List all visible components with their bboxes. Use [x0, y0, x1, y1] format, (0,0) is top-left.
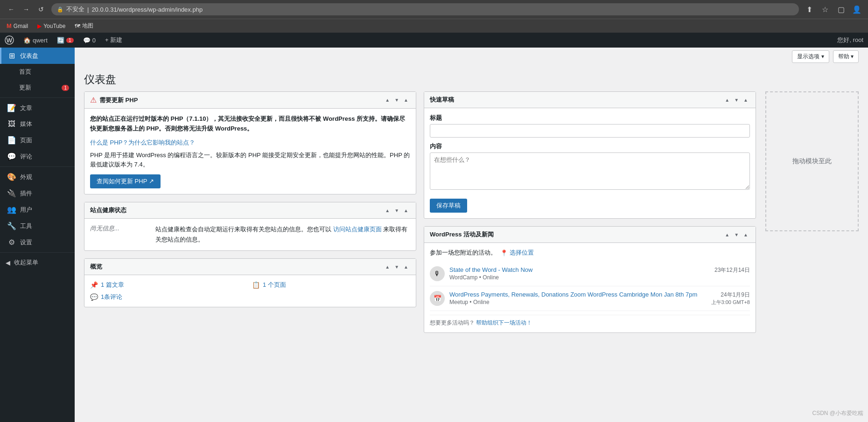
display-options-button[interactable]: 显示选项 ▾	[792, 50, 829, 63]
share-button[interactable]: ⬆	[803, 3, 816, 16]
site-health-link[interactable]: 访问站点健康页面	[333, 226, 382, 233]
svg-text:W: W	[7, 37, 13, 44]
sidebar-item-updates[interactable]: 更新 1	[0, 80, 75, 96]
sidebar-item-home[interactable]: 首页	[0, 64, 75, 80]
sidebar-item-pages[interactable]: 📄 页面	[0, 132, 75, 148]
articles-link[interactable]: 1 篇文章	[101, 281, 124, 289]
site-health-close[interactable]: ▲	[402, 207, 410, 214]
php-update-button[interactable]: 查阅如何更新 PHP ↗	[90, 174, 161, 188]
content-textarea[interactable]	[430, 152, 750, 190]
sidebar-item-posts[interactable]: 📝 文章	[0, 100, 75, 116]
admin-bar-updates[interactable]: 🔄 1	[52, 33, 78, 48]
gmail-icon: M	[7, 22, 12, 29]
wp-main: ⊞ 仪表盘 首页 更新 1 📝 文章 🖼 媒体 📄 页面 💬 评论 🎨	[0, 48, 868, 422]
wp-logo[interactable]: W	[0, 33, 19, 48]
select-location-label: 选择位置	[510, 249, 534, 257]
content-group: 内容	[430, 142, 750, 191]
bookmark-youtube[interactable]: ▶ YouTube	[35, 22, 67, 30]
comments-nav-icon: 💬	[7, 152, 16, 161]
sidebar-item-users[interactable]: 👥 用户	[0, 201, 75, 218]
help-organize-link[interactable]: 帮助组织下一场活动！	[476, 319, 532, 326]
php-panel-controls: ▲ ▼ ▲	[383, 97, 410, 104]
comments-link[interactable]: 1条评论	[101, 293, 122, 301]
sidebar-label-plugins: 插件	[20, 189, 32, 198]
site-health-up[interactable]: ▲	[383, 207, 392, 214]
updates-badge: 1	[62, 85, 69, 91]
profile-button[interactable]: 👤	[850, 3, 863, 16]
quick-draft-header: 快速草稿 ▲ ▼ ▲	[424, 92, 756, 108]
sidebar-label-updates: 更新	[19, 83, 31, 92]
overview-close[interactable]: ▲	[402, 263, 410, 270]
bookmark-maps[interactable]: 🗺 地图	[73, 21, 95, 31]
address-bar[interactable]: 🔒 不安全 | 20.0.0.31/wordpress/wp-admin/ind…	[51, 3, 799, 15]
news-up[interactable]: ▲	[723, 231, 731, 238]
sidebar-item-comments[interactable]: 💬 评论	[0, 148, 75, 165]
admin-bar-new[interactable]: + 新建	[100, 33, 127, 48]
select-location-link[interactable]: 📍 选择位置	[500, 249, 534, 257]
content-panels-wrapper: ⚠ 需要更新 PHP ▲ ▼ ▲ 您的站点正在运行过时版本的 PHP（7.1.1…	[75, 91, 868, 352]
admin-bar-site[interactable]: 🏠 qwert	[19, 33, 52, 48]
news-item-1: 🎙 State of the Word - Watch Now WordCamp…	[430, 262, 750, 286]
help-button[interactable]: 帮助 ▾	[833, 50, 859, 63]
quick-draft-down[interactable]: ▼	[732, 97, 741, 104]
php-panel-collapse-up[interactable]: ▲	[383, 97, 392, 104]
news-title-1[interactable]: State of the Word - Watch Now	[449, 266, 532, 273]
youtube-icon: ▶	[37, 23, 42, 29]
pages-icon: 📄	[7, 136, 16, 145]
new-label: + 新建	[105, 36, 122, 44]
site-health-body: 尚无信息... 站点健康检查会自动定期运行来取得有关您站点的信息。您也可以 访问…	[84, 219, 416, 250]
sidebar-item-dashboard[interactable]: ⊞ 仪表盘	[0, 48, 75, 64]
sidebar-collapse[interactable]: ◀ 收起菜单	[0, 255, 75, 270]
php-panel-collapse-down[interactable]: ▼	[392, 97, 401, 104]
more-events-text: 想要更多活动吗？	[430, 319, 475, 326]
php-panel-close[interactable]: ▲	[402, 97, 410, 104]
save-draft-button[interactable]: 保存草稿	[430, 199, 467, 213]
title-input[interactable]	[430, 124, 750, 138]
quick-draft-close[interactable]: ▲	[742, 97, 750, 104]
admin-bar-comments[interactable]: 💬 0	[78, 33, 100, 48]
browser-chrome: ← → ↺ 🔒 不安全 | 20.0.0.31/wordpress/wp-adm…	[0, 0, 868, 33]
right-column: 快速草稿 ▲ ▼ ▲ 标题	[424, 91, 756, 333]
back-button[interactable]: ←	[5, 3, 18, 16]
content-label: 内容	[430, 142, 750, 151]
php-warning-panel: ⚠ 需要更新 PHP ▲ ▼ ▲ 您的站点正在运行过时版本的 PHP（7.1.1…	[84, 91, 416, 194]
news-title: WordPress 活动及新闻	[430, 230, 720, 239]
bookmark-gmail[interactable]: M Gmail	[5, 21, 30, 30]
quick-draft-title: 快速草稿	[430, 96, 720, 104]
wp-admin-bar: W 🏠 qwert 🔄 1 💬 0 + 新建 您好, root	[0, 33, 868, 48]
sidebar-item-media[interactable]: 🖼 媒体	[0, 116, 75, 132]
site-health-down[interactable]: ▼	[392, 207, 401, 214]
news-close[interactable]: ▲	[742, 231, 750, 238]
sidebar-item-plugins[interactable]: 🔌 插件	[0, 185, 75, 201]
site-health-panel: 站点健康状态 ▲ ▼ ▲ 尚无信息...	[84, 202, 416, 251]
media-icon: 🖼	[7, 120, 16, 128]
reload-button[interactable]: ↺	[35, 3, 48, 16]
admin-bar-greeting: 您好, root	[833, 36, 868, 44]
overview-up[interactable]: ▲	[383, 263, 392, 270]
php-warning-body: 您的站点正在运行过时版本的 PHP（7.1.10），其无法接收安全更新，而且很快…	[84, 109, 416, 194]
bookmark-button[interactable]: ☆	[819, 3, 832, 16]
pages-link[interactable]: 1 个页面	[263, 281, 286, 289]
sidebar-item-tools[interactable]: 🔧 工具	[0, 218, 75, 234]
browser-actions: ⬆ ☆ ▢ 👤	[803, 3, 863, 16]
news-down[interactable]: ▼	[732, 231, 741, 238]
php-faq-link[interactable]: 什么是 PHP？为什么它影响我的站点？	[90, 139, 195, 146]
news-avatar-1: 🎙	[430, 266, 445, 281]
sidebar-item-settings[interactable]: ⚙ 设置	[0, 234, 75, 250]
join-activity: 参加一场您附近的活动。 📍 选择位置	[430, 249, 750, 257]
overview-articles: 📌 1 篇文章	[90, 281, 248, 289]
news-title-2[interactable]: WordPress Payments, Renewals, Donations …	[449, 291, 697, 298]
quick-draft-up[interactable]: ▲	[723, 97, 731, 104]
overview-down[interactable]: ▼	[392, 263, 401, 270]
sidebar-item-appearance[interactable]: 🎨 外观	[0, 169, 75, 185]
panels-main: ⚠ 需要更新 PHP ▲ ▼ ▲ 您的站点正在运行过时版本的 PHP（7.1.1…	[75, 91, 765, 342]
forward-button[interactable]: →	[20, 3, 33, 16]
overview-comments: 💬 1条评论	[90, 293, 248, 301]
php-info-text: PHP 是用于搭建 WordPress 的编程语言之一。较新版本的 PHP 能接…	[90, 151, 410, 170]
greeting-text: 您好, root	[837, 36, 863, 43]
left-column: ⚠ 需要更新 PHP ▲ ▼ ▲ 您的站点正在运行过时版本的 PHP（7.1.1…	[84, 91, 416, 333]
browser-toolbar: ← → ↺ 🔒 不安全 | 20.0.0.31/wordpress/wp-adm…	[0, 0, 868, 19]
news-controls: ▲ ▼ ▲	[723, 231, 750, 238]
wp-content: 显示选项 ▾ 帮助 ▾ 仪表盘 ⚠ 需要更新 PHP ▲	[75, 48, 868, 422]
window-button[interactable]: ▢	[834, 3, 847, 16]
